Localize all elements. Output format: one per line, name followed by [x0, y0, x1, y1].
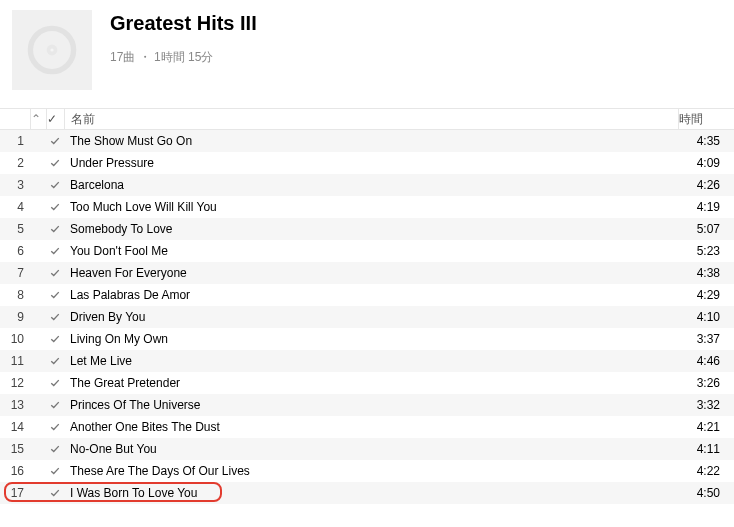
track-checkbox[interactable]: [46, 488, 64, 498]
track-checkbox[interactable]: [46, 466, 64, 476]
album-title: Greatest Hits III: [110, 12, 257, 35]
track-name: Princes Of The Universe: [64, 398, 678, 412]
track-row[interactable]: 10Living On My Own3:37: [0, 328, 734, 350]
check-icon: [46, 158, 64, 168]
track-number: 2: [0, 156, 30, 170]
check-icon: [46, 180, 64, 190]
track-number: 3: [0, 178, 30, 192]
check-icon: [46, 246, 64, 256]
track-row[interactable]: 1The Show Must Go On4:35: [0, 130, 734, 152]
track-row[interactable]: 11Let Me Live4:46: [0, 350, 734, 372]
track-duration: 4:46: [678, 354, 734, 368]
track-checkbox[interactable]: [46, 268, 64, 278]
sort-indicator[interactable]: ⌃: [30, 109, 46, 129]
track-checkbox[interactable]: [46, 356, 64, 366]
check-icon: [46, 488, 64, 498]
track-name: No-One But You: [64, 442, 678, 456]
check-icon: [46, 268, 64, 278]
track-checkbox[interactable]: [46, 334, 64, 344]
track-duration: 4:22: [678, 464, 734, 478]
check-glyph: ✓: [47, 112, 57, 126]
track-duration: 3:37: [678, 332, 734, 346]
check-icon: [46, 224, 64, 234]
check-icon: [46, 378, 64, 388]
track-checkbox[interactable]: [46, 246, 64, 256]
track-number: 14: [0, 420, 30, 434]
svg-point-2: [50, 48, 53, 51]
track-checkbox[interactable]: [46, 312, 64, 322]
track-number: 13: [0, 398, 30, 412]
track-duration: 4:10: [678, 310, 734, 324]
track-duration: 4:29: [678, 288, 734, 302]
track-name: The Great Pretender: [64, 376, 678, 390]
check-icon: [46, 202, 64, 212]
chevron-up-icon: ⌃: [31, 112, 41, 126]
check-icon: [46, 400, 64, 410]
album-art-placeholder: [12, 10, 92, 90]
track-number: 7: [0, 266, 30, 280]
track-row[interactable]: 5Somebody To Love5:07: [0, 218, 734, 240]
album-meta: 17曲 ・ 1時間 15分: [110, 49, 257, 66]
track-row[interactable]: 3Barcelona4:26: [0, 174, 734, 196]
check-icon: [46, 290, 64, 300]
track-checkbox[interactable]: [46, 400, 64, 410]
track-checkbox[interactable]: [46, 136, 64, 146]
track-name: Let Me Live: [64, 354, 678, 368]
track-checkbox[interactable]: [46, 378, 64, 388]
track-duration: 4:11: [678, 442, 734, 456]
track-checkbox[interactable]: [46, 202, 64, 212]
track-checkbox[interactable]: [46, 290, 64, 300]
check-icon: [46, 356, 64, 366]
track-number: 5: [0, 222, 30, 236]
track-duration: 4:19: [678, 200, 734, 214]
track-number: 10: [0, 332, 30, 346]
track-duration: 4:26: [678, 178, 734, 192]
track-name: Las Palabras De Amor: [64, 288, 678, 302]
track-name: Living On My Own: [64, 332, 678, 346]
track-row[interactable]: 2Under Pressure4:09: [0, 152, 734, 174]
track-name: Barcelona: [64, 178, 678, 192]
track-row[interactable]: 16These Are The Days Of Our Lives4:22: [0, 460, 734, 482]
track-checkbox[interactable]: [46, 444, 64, 454]
track-duration: 5:23: [678, 244, 734, 258]
track-duration: 3:26: [678, 376, 734, 390]
track-row[interactable]: 15No-One But You4:11: [0, 438, 734, 460]
column-header-time[interactable]: 時間: [678, 109, 734, 129]
track-number: 15: [0, 442, 30, 456]
column-header-check[interactable]: ✓: [46, 109, 64, 129]
column-header-name[interactable]: 名前: [64, 109, 678, 129]
track-checkbox[interactable]: [46, 158, 64, 168]
track-name: Under Pressure: [64, 156, 678, 170]
track-row[interactable]: 6You Don't Fool Me5:23: [0, 240, 734, 262]
track-row[interactable]: 8Las Palabras De Amor4:29: [0, 284, 734, 306]
track-row[interactable]: 4Too Much Love Will Kill You4:19: [0, 196, 734, 218]
track-row[interactable]: 17I Was Born To Love You4:50: [0, 482, 734, 504]
track-row[interactable]: 12The Great Pretender3:26: [0, 372, 734, 394]
track-name: Another One Bites The Dust: [64, 420, 678, 434]
track-number: 16: [0, 464, 30, 478]
track-number: 12: [0, 376, 30, 390]
track-duration: 4:21: [678, 420, 734, 434]
track-row[interactable]: 9Driven By You4:10: [0, 306, 734, 328]
track-duration: 4:35: [678, 134, 734, 148]
track-name: These Are The Days Of Our Lives: [64, 464, 678, 478]
track-row[interactable]: 14Another One Bites The Dust4:21: [0, 416, 734, 438]
track-checkbox[interactable]: [46, 180, 64, 190]
track-number: 9: [0, 310, 30, 324]
track-duration: 5:07: [678, 222, 734, 236]
track-name: Somebody To Love: [64, 222, 678, 236]
track-number: 1: [0, 134, 30, 148]
track-name: Heaven For Everyone: [64, 266, 678, 280]
track-duration: 3:32: [678, 398, 734, 412]
track-row[interactable]: 13Princes Of The Universe3:32: [0, 394, 734, 416]
track-name: I Was Born To Love You: [64, 486, 678, 500]
track-checkbox[interactable]: [46, 224, 64, 234]
album-header-text: Greatest Hits III 17曲 ・ 1時間 15分: [110, 10, 257, 66]
track-number: 8: [0, 288, 30, 302]
track-row[interactable]: 7Heaven For Everyone4:38: [0, 262, 734, 284]
check-icon: [46, 422, 64, 432]
track-checkbox[interactable]: [46, 422, 64, 432]
track-duration: 4:38: [678, 266, 734, 280]
track-number: 11: [0, 354, 30, 368]
track-number: 6: [0, 244, 30, 258]
